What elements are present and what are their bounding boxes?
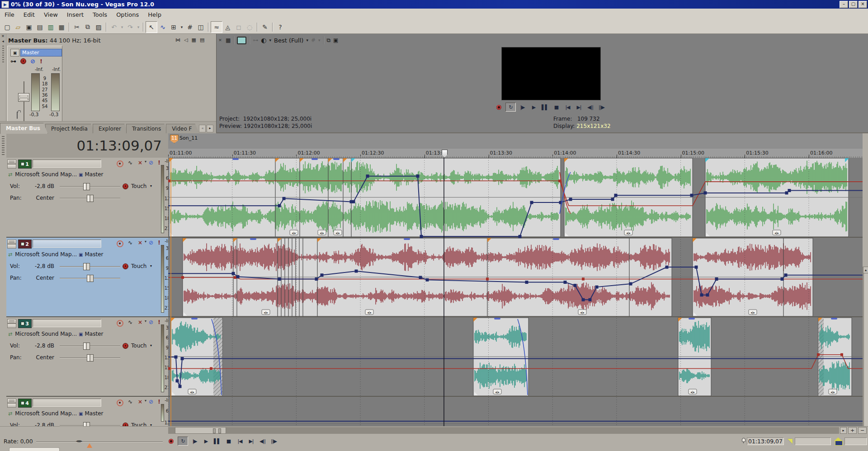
save-snapshot-icon[interactable]: ▣ bbox=[333, 37, 338, 43]
zoom-in-button[interactable]: + bbox=[848, 427, 857, 434]
envelope-node[interactable] bbox=[715, 277, 718, 281]
track-minimize-button[interactable] bbox=[7, 399, 16, 403]
menu-edit[interactable]: Edit bbox=[19, 9, 39, 20]
envelope-node[interactable] bbox=[582, 278, 585, 281]
close-icon[interactable]: ✕ bbox=[217, 38, 223, 43]
bus-assign-icon[interactable]: ▣ bbox=[79, 172, 83, 177]
solo-button[interactable]: ⊘ bbox=[147, 240, 155, 246]
enable-snapping-button[interactable]: # bbox=[184, 22, 195, 33]
downmix-output-icon[interactable]: ⋈ bbox=[175, 37, 180, 43]
vertical-scrollbar[interactable]: ▴ ▾ bbox=[863, 267, 868, 426]
rate-slider-track[interactable] bbox=[36, 442, 163, 442]
envelope-node[interactable] bbox=[840, 353, 843, 356]
envelope-gear-icon[interactable] bbox=[123, 343, 128, 348]
event-handle[interactable]: ◂|▸ bbox=[773, 230, 781, 235]
envelope-node[interactable] bbox=[179, 385, 182, 388]
cursor-position-field[interactable]: 01:13:09,07 bbox=[747, 437, 784, 445]
automation-dropdown-icon[interactable]: ▾ bbox=[150, 184, 152, 188]
go-to-end-button[interactable]: ▶| bbox=[574, 103, 584, 111]
envelope-node[interactable] bbox=[315, 277, 318, 281]
solo-button[interactable]: ⊘ bbox=[147, 160, 155, 166]
envelope-node[interactable] bbox=[352, 200, 355, 203]
copy-snapshot-icon[interactable]: ⧉ bbox=[327, 37, 331, 43]
envelope-node[interactable] bbox=[176, 379, 179, 382]
timecode-display[interactable]: 01:13:09,07 bbox=[6, 133, 168, 158]
envelope-node[interactable] bbox=[525, 281, 528, 284]
envelope-node[interactable] bbox=[582, 298, 585, 301]
tab-transitions[interactable]: Transitions bbox=[126, 124, 169, 134]
open-project-button[interactable]: ▱ bbox=[13, 22, 24, 33]
mute-icon[interactable]: ⊘ bbox=[30, 58, 35, 65]
event-handle[interactable]: ◂|▸ bbox=[318, 230, 326, 235]
automation-settings-button[interactable]: ≈ bbox=[211, 21, 222, 33]
envelope-node[interactable] bbox=[416, 174, 420, 178]
selectively-prerender-video-button[interactable]: ✎ bbox=[259, 22, 270, 33]
track-number-chip[interactable]: 1 bbox=[18, 160, 32, 169]
scroll-right-button[interactable]: ▸ bbox=[840, 427, 847, 434]
envelope-node[interactable] bbox=[232, 272, 235, 275]
track-envelope-icon[interactable]: ∿ bbox=[127, 399, 134, 405]
envelope-node[interactable] bbox=[530, 201, 533, 204]
master-meter-right[interactable] bbox=[51, 73, 60, 111]
envelope-node[interactable] bbox=[785, 191, 788, 194]
loop-playback-button[interactable]: ↻ bbox=[505, 103, 516, 112]
track-name-field[interactable] bbox=[33, 160, 101, 168]
solo-button[interactable]: ⊘ bbox=[147, 399, 155, 405]
envelope-node[interactable] bbox=[426, 278, 429, 282]
pan-slider-handle[interactable] bbox=[87, 354, 94, 362]
event-handle[interactable]: ◂|▸ bbox=[624, 230, 632, 235]
track-header-4[interactable]: 4∿×▾⊘!⇄Microsoft Sound Map...▣MasterVol:… bbox=[6, 397, 168, 426]
track-header-3[interactable]: 3∿×▾⊘!⇄Microsoft Sound Map...▣MasterVol:… bbox=[6, 317, 168, 397]
overlays-grid-icon[interactable]: # bbox=[311, 37, 316, 43]
track-lane-2[interactable]: ◂|▸◂|▸◂|▸◂|▸ bbox=[168, 238, 863, 317]
edit-details-icon[interactable]: ▤ bbox=[200, 37, 204, 43]
track-meter[interactable]: -Inf.612 bbox=[161, 398, 168, 426]
envelope-node[interactable] bbox=[486, 278, 489, 281]
automation-mode[interactable]: Touch bbox=[131, 343, 146, 349]
play-from-start-button[interactable]: |▶ bbox=[190, 437, 199, 445]
whats-this-help-button[interactable]: ? bbox=[275, 22, 286, 33]
stop-button[interactable]: ■ bbox=[224, 437, 233, 445]
previous-frame-button[interactable]: ◀|| bbox=[585, 103, 595, 111]
track-envelope-icon[interactable]: ∿ bbox=[127, 240, 134, 246]
track-restore-button[interactable] bbox=[7, 164, 16, 169]
envelope-node[interactable] bbox=[690, 194, 693, 197]
group-events-button[interactable]: ◫ bbox=[195, 22, 206, 33]
envelope-node[interactable] bbox=[168, 179, 170, 182]
envelope-node[interactable] bbox=[236, 275, 240, 278]
pin-icon[interactable]: ◂ bbox=[0, 39, 6, 44]
track-minimize-button[interactable] bbox=[7, 319, 16, 324]
automation-gear-icon[interactable] bbox=[21, 59, 26, 64]
automation-dropdown-icon[interactable]: ▾ bbox=[150, 423, 152, 426]
volume-slider[interactable] bbox=[60, 266, 120, 267]
bus-assign-icon[interactable]: ▣ bbox=[79, 252, 83, 257]
play-button[interactable]: ▶ bbox=[529, 103, 538, 111]
menu-tools[interactable]: Tools bbox=[88, 9, 112, 20]
zoom-out-button[interactable]: − bbox=[858, 427, 867, 434]
horizontal-scrollbar[interactable]: ◂ ▸ + − bbox=[0, 426, 868, 434]
go-to-end-button[interactable]: ▶| bbox=[246, 437, 256, 445]
go-to-start-button[interactable]: |◀ bbox=[235, 437, 245, 445]
envelope-node[interactable] bbox=[168, 367, 170, 370]
envelope-node[interactable] bbox=[614, 194, 618, 197]
bus-assign-icon[interactable]: ▣ bbox=[79, 332, 83, 337]
automation-mode[interactable]: Touch bbox=[131, 263, 146, 269]
stop-button[interactable]: ■ bbox=[552, 103, 561, 111]
loop-playback-button[interactable]: ↻ bbox=[178, 437, 188, 446]
envelope-node[interactable] bbox=[788, 189, 791, 192]
envelope-node[interactable] bbox=[419, 276, 422, 279]
track-minimize-button[interactable] bbox=[7, 160, 16, 164]
track-meter[interactable]: -Inf.36912151821 bbox=[161, 239, 168, 315]
pan-slider-handle[interactable] bbox=[87, 275, 94, 282]
envelope-node[interactable] bbox=[781, 277, 784, 281]
event-handle[interactable]: ◂|▸ bbox=[365, 310, 373, 315]
envelope-node[interactable] bbox=[706, 293, 709, 296]
automation-dropdown-icon[interactable]: ▾ bbox=[150, 264, 152, 268]
envelope-node[interactable] bbox=[569, 198, 572, 201]
event-handle[interactable]: ◂|▸ bbox=[188, 389, 196, 394]
envelope-node[interactable] bbox=[564, 281, 567, 284]
record-arm-button[interactable] bbox=[117, 240, 123, 247]
event-handle[interactable]: ◂|▸ bbox=[334, 230, 342, 235]
thumb-grip[interactable] bbox=[213, 428, 216, 433]
event-handle[interactable]: ◂|▸ bbox=[689, 389, 697, 394]
